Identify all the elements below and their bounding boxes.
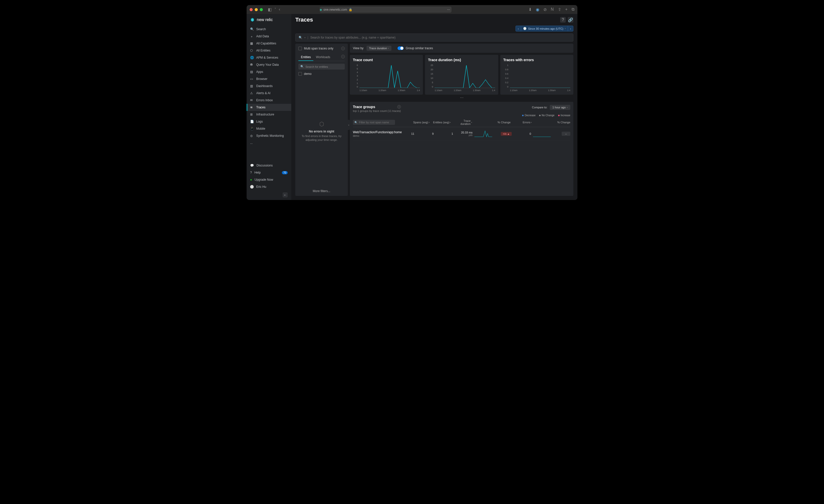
chart-plot[interactable]	[435, 64, 495, 88]
sidebar-item-label: Infrastructure	[256, 113, 274, 116]
timerange-next[interactable]: ›	[568, 26, 573, 31]
chart-trace-count: Trace count 6543210 1:10am1:20am1:30am1:…	[350, 55, 423, 95]
apps-icon: ▤	[250, 70, 254, 74]
timerange-picker[interactable]: ‹ 🕐 Since 30 minutes ago (UTC) ▾ ›	[516, 26, 573, 31]
sidebar-item-infrastructure[interactable]: ⊞Infrastructure	[246, 111, 291, 118]
sidebar-item-query-your-data[interactable]: ⛃Query Your Data	[246, 61, 291, 68]
extension-icon[interactable]: ◉	[536, 7, 539, 12]
help-button[interactable]: ?	[560, 17, 566, 23]
sidebar-item-label: Apps	[256, 70, 263, 74]
synth-icon: ◎	[250, 134, 254, 137]
groups-subtitle: top 1 groups by trace count (11 traces)	[353, 109, 401, 112]
sidebar-item-alerts-ai[interactable]: ⚠Alerts & AI	[246, 90, 291, 97]
brand-logo[interactable]: new relic	[246, 16, 291, 26]
sidebar-item-traces[interactable]: ≋Traces	[246, 104, 291, 111]
sidebar-item-label: Query Your Data	[256, 63, 279, 67]
expand-charts-handle[interactable]: ⋯	[350, 96, 573, 100]
tab-workloads[interactable]: Workloads	[313, 54, 333, 61]
sidebar-item-apm-services[interactable]: 🌐APM & Services	[246, 54, 291, 61]
maximize-icon[interactable]	[260, 8, 263, 11]
info-icon[interactable]: i	[341, 47, 345, 50]
share-icon[interactable]: ⇧	[558, 7, 561, 12]
sidebar-item-synthetic-monitoring[interactable]: ◎Synthetic Monitoring	[246, 132, 291, 139]
plus-icon: ＋	[250, 34, 254, 38]
close-icon[interactable]	[249, 8, 253, 11]
hex-icon: ⬡	[250, 49, 254, 52]
sidebar-item-discussions[interactable]: 💬Discussions	[246, 162, 291, 169]
trace-search-bar[interactable]: 🔍 ▾ | Search for traces by span attribut…	[295, 33, 573, 41]
back-icon[interactable]: ‹	[279, 7, 280, 12]
minimize-icon[interactable]	[255, 8, 258, 11]
col-duration[interactable]: Trace duration▾	[453, 119, 472, 125]
entity-search-input[interactable]: 🔍 Search for entities	[298, 64, 345, 70]
chart-plot[interactable]	[359, 64, 420, 88]
permalink-button[interactable]: 🔗	[568, 17, 573, 23]
url-bar[interactable]: ◆ one.newrelic.com 🔒 ⋯	[320, 7, 451, 13]
legend-dot-increase	[558, 115, 560, 116]
sidebar-more[interactable]: ...	[246, 139, 291, 146]
block-icon[interactable]: ⊘	[543, 7, 547, 12]
sidebar-item-label: APM & Services	[256, 56, 278, 60]
entity-label: demo	[304, 72, 312, 76]
avatar-icon	[250, 185, 254, 189]
sidebar-item-browser[interactable]: ▭Browser	[246, 75, 291, 83]
new-tab-icon[interactable]: +	[565, 7, 568, 12]
tab-entities[interactable]: Entities	[298, 54, 313, 61]
group-similar-toggle[interactable]	[398, 46, 404, 50]
legend-dot-decrease	[522, 115, 524, 116]
chevron-down-icon[interactable]: ▾	[304, 36, 305, 39]
sidebar-item-all-entities[interactable]: ⬡All Entities	[246, 47, 291, 54]
checkbox-icon[interactable]	[298, 72, 302, 76]
col-errors[interactable]: Errors▾	[513, 121, 532, 124]
view-by-dropdown[interactable]: Trace duration ▾	[367, 46, 392, 51]
cell-duration: 20.33 ms p95	[455, 131, 473, 136]
sidebar-item-errors-inbox[interactable]: ✉Errors Inbox	[246, 97, 291, 104]
col-change[interactable]: % Change	[491, 121, 510, 124]
chart-plot[interactable]	[510, 64, 570, 88]
traces-icon: ≋	[250, 106, 254, 109]
checkbox-icon[interactable]	[298, 47, 302, 50]
cell-entities-avg: 1	[436, 132, 453, 135]
chart-title: Trace count	[353, 58, 420, 62]
sidebar-item-add-data[interactable]: ＋Add Data	[246, 33, 291, 40]
sidebar-item-label: Search	[256, 27, 266, 31]
tabs-icon[interactable]: ⧉	[572, 7, 575, 12]
col-spans[interactable]: Spans (avg)▾	[410, 121, 429, 124]
sidebar-item-label: Logs	[256, 120, 263, 123]
cell-span-count: 11	[404, 132, 414, 135]
more-filters-button[interactable]: More filters...	[298, 187, 345, 193]
col-err-change[interactable]: % Change	[551, 121, 570, 124]
more-icon[interactable]: ⋯	[447, 8, 450, 11]
sidebar-item-upgrade-now[interactable]: ●Upgrade Now	[246, 176, 291, 183]
multi-span-checkbox-row[interactable]: Multi span traces only i	[298, 47, 345, 50]
sidebar-item-label: Synthetic Monitoring	[256, 134, 284, 137]
sidebar-item-help[interactable]: ?Help70	[246, 169, 291, 176]
info-icon[interactable]: i	[341, 55, 345, 59]
notion-icon[interactable]: N	[551, 7, 554, 12]
sidebar-item-apps[interactable]: ▤Apps	[246, 68, 291, 75]
root-span-filter-input[interactable]	[353, 120, 395, 125]
results-panel: View by Trace duration ▾ Group similar t…	[350, 44, 573, 196]
sidebar-collapse-button[interactable]: ⇤	[283, 192, 288, 197]
sidebar-item-search[interactable]: 🔍Search	[246, 26, 291, 33]
sidebar-item-all-capabilities[interactable]: ▦All Capabilities	[246, 40, 291, 47]
sidebar-item-label: Upgrade Now	[254, 178, 273, 182]
cell-change: n/a ▲	[494, 132, 512, 136]
legend-dot-nochange	[539, 115, 541, 116]
sidebar-toggle-icon[interactable]: ◧	[268, 7, 272, 12]
timerange-prev[interactable]: ‹	[516, 26, 521, 31]
compare-dropdown[interactable]: 1 hour ago ▾	[550, 105, 570, 110]
sidebar-item-logs[interactable]: 📄Logs	[246, 118, 291, 125]
panel-collapse-handle[interactable]: ◂	[347, 120, 350, 130]
sidebar-item-eric-hu[interactable]: Eric Hu	[246, 183, 291, 190]
sidebar-item-dashboards[interactable]: ▥Dashboards	[246, 83, 291, 90]
chevron-down-icon[interactable]: ▾	[275, 7, 276, 12]
sidebar-item-mobile[interactable]: 📱Mobile	[246, 125, 291, 132]
lock-icon: 🔒	[348, 8, 352, 11]
download-icon[interactable]: ⬇	[528, 7, 532, 12]
table-row[interactable]: WebTransaction/Function/app:home demo 11…	[353, 127, 570, 140]
x-axis: 1:10am1:20am1:30am1:4	[428, 89, 495, 92]
col-entities[interactable]: Entities (avg)▾	[432, 121, 451, 124]
entity-item-demo[interactable]: demo	[298, 72, 345, 76]
info-icon[interactable]: i	[397, 105, 401, 109]
